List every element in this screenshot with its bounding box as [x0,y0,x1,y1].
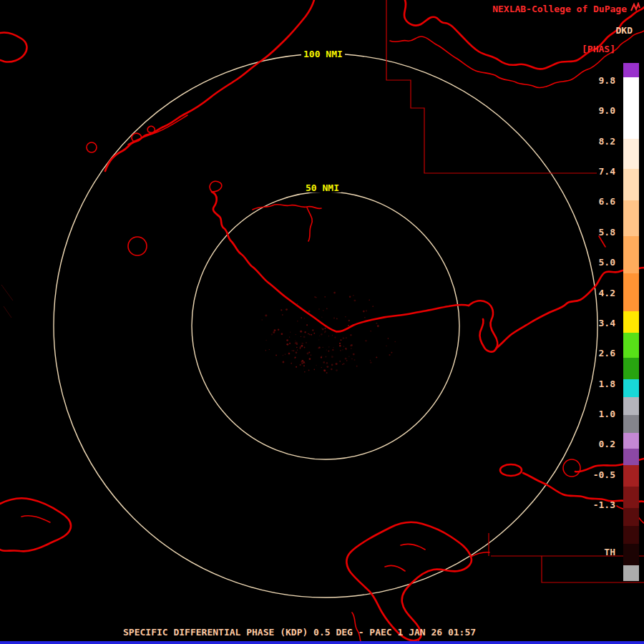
colorbar-tick-label: TH [604,547,615,557]
radar-display: NEXLAB-College of DuPage DKD [PHAS] 100 … [0,0,644,644]
coastline-path [212,192,469,331]
colorbar-tick-label: 1.8 [599,379,615,389]
colorbar-tick-label: 4.2 [599,288,615,298]
colorbar-segment [623,63,639,77]
colorbar-tick-label: 1.0 [599,409,615,419]
colorbar-segment [623,565,639,581]
lagoon-path [253,205,321,210]
colorbar-segment [623,526,639,544]
coastline-path [105,0,314,171]
colorbar-tick-label: 2.6 [599,348,615,358]
colorbar-segment [623,77,639,139]
river-path [307,208,312,241]
lake-circle [87,142,97,152]
colorbar-segment [623,508,639,526]
colorbar-tick-label: 6.6 [599,197,615,206]
range-ring-label-100nmi: 100 NMI [301,49,345,59]
product-units-label: [PHAS] [582,44,615,54]
coastlines [0,0,644,644]
colorbar-segment [623,358,639,379]
lake-circle [563,459,580,477]
colorbar-segment [623,200,639,236]
border-path [489,533,644,582]
colorbar-segment [623,236,639,273]
coastline-path [0,498,71,551]
island-path [500,464,522,476]
coast-detail-path [21,516,50,522]
colorbar-segment [623,465,639,487]
coast-detail-path [599,236,605,247]
radar-map-canvas [0,0,644,644]
page-title: NEXLAB-College of DuPage [492,4,627,14]
colorbar-segment [623,139,639,169]
colorbar-tick-label: 5.8 [599,228,615,237]
lake-circle [128,237,147,255]
coast-detail-path [471,552,489,557]
product-caption: SPECIFIC DIFFERENTIAL PHASE (KDP) 0.5 DE… [123,628,476,637]
colorbar-segment [623,311,639,333]
cod-logo-icon [630,2,641,14]
coast-detail-path [385,544,425,571]
colorbar-tick-label: 3.4 [599,318,615,328]
colorbar-segment [623,397,639,415]
colorbar-segment [623,544,639,565]
colorbar-tick-label: -1.3 [593,500,615,509]
coastline-path [496,268,644,348]
colorbar-tick-label: 7.4 [599,167,615,176]
colorbar-tick-label: 0.2 [599,439,615,449]
colorbar-tick-label: 5.0 [599,258,615,267]
colorbar-segment [623,449,639,465]
colorbar-tick-label: 9.0 [599,106,615,115]
colorbar-segment [623,273,639,311]
peninsula-path [469,301,497,351]
colorbar-segment [623,169,639,200]
colorbar-strip [623,63,639,581]
colorbar-segment [623,333,639,358]
colorbar-segment [623,433,639,449]
colorbar-segment [623,379,639,397]
colorbar-segment [623,415,639,433]
island-path [346,522,472,640]
bottom-blue-bar [0,641,644,644]
colorbar-tick-label: 9.8 [599,76,615,85]
coastline-path [0,32,26,62]
range-ring-label-50nmi: 50 NMI [303,183,341,192]
colorbar-tick-label: 8.2 [599,137,615,146]
faint-clutter-streaks [1,285,13,318]
colorbar-tick-label: -0.5 [593,470,615,479]
radar-echo-noise [262,292,396,374]
colorbar-segment [623,487,639,508]
product-code-label: DKD [616,26,633,35]
inlet-path [210,181,222,192]
